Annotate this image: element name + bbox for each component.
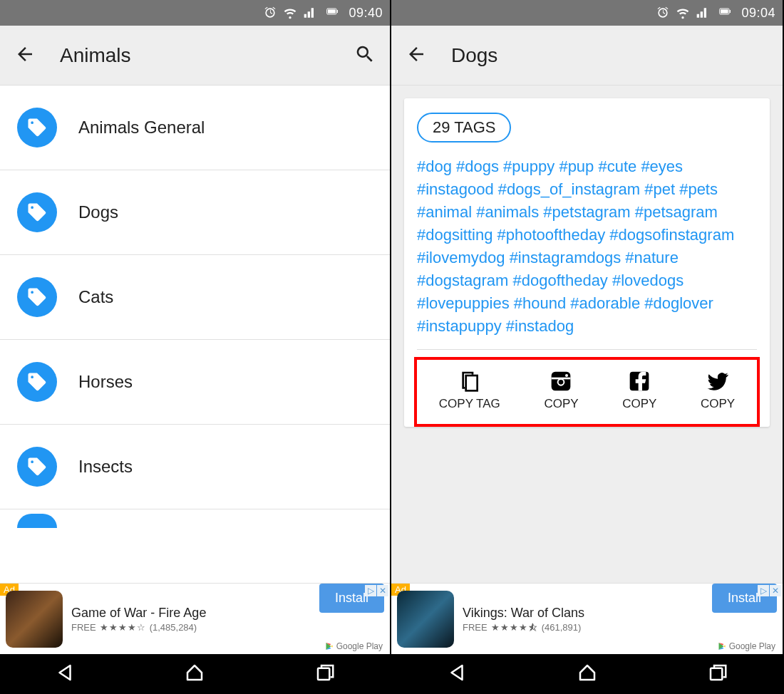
svg-rect-6 <box>730 10 731 13</box>
nav-home-button[interactable] <box>577 662 598 686</box>
ad-info: Game of War - Fire Age FREE ★★★★☆ (1,485… <box>71 606 311 633</box>
ad-choices[interactable]: ▷✕ <box>758 585 781 596</box>
category-list[interactable]: Animals General Dogs Cats Horses Insects <box>0 86 390 583</box>
ad-meta: FREE ★★★★☆ (1,485,284) <box>71 622 311 633</box>
tag-icon <box>17 362 57 402</box>
facebook-icon <box>628 370 651 393</box>
nav-recent-button[interactable] <box>314 662 336 686</box>
ad-thumbnail <box>6 591 63 648</box>
page-title: Dogs <box>451 44 768 67</box>
svg-rect-11 <box>552 378 571 380</box>
svg-point-12 <box>565 374 568 377</box>
list-item-insects[interactable]: Insects <box>0 425 390 509</box>
svg-rect-5 <box>721 9 728 13</box>
list-item-label: Horses <box>78 372 133 392</box>
back-arrow-icon <box>14 43 36 65</box>
star-rating-icon: ★★★★⯪ <box>491 622 538 633</box>
phone-screen-right: 09:04 Dogs 29 TAGS #dog #dogs #puppy #pu… <box>391 0 783 694</box>
svg-rect-7 <box>465 376 477 390</box>
battery-icon <box>716 7 734 19</box>
status-icons <box>263 6 341 20</box>
store-label: Google Play <box>325 641 383 651</box>
alarm-icon <box>263 6 277 20</box>
page-title: Animals <box>60 44 330 67</box>
list-item-partial <box>0 509 390 528</box>
svg-rect-2 <box>337 10 338 13</box>
copy-instagram-button[interactable]: COPY <box>544 370 578 411</box>
search-icon <box>354 43 376 65</box>
signal-icon <box>303 6 317 20</box>
hashtags-text[interactable]: #dog #dogs #puppy #pup #cute #eyes #inst… <box>417 155 757 350</box>
list-item-cats[interactable]: Cats <box>0 255 390 340</box>
google-play-icon <box>325 642 334 651</box>
tag-detail: 29 TAGS #dog #dogs #puppy #pup #cute #ey… <box>391 86 783 583</box>
list-item-label: Insects <box>78 457 133 477</box>
tag-icon <box>17 277 57 317</box>
wifi-icon <box>283 6 297 20</box>
tag-count-chip: 29 TAGS <box>417 113 511 143</box>
status-icons <box>656 6 734 20</box>
status-bar: 09:04 <box>391 0 783 26</box>
back-button[interactable] <box>406 43 427 68</box>
wifi-icon <box>676 6 690 20</box>
tag-icon <box>17 192 57 232</box>
ad-banner[interactable]: Ad ▷✕ Vikings: War of Clans FREE ★★★★⯪ (… <box>391 583 783 654</box>
ad-choices[interactable]: ▷✕ <box>365 585 388 596</box>
list-item-label: Animals General <box>78 118 205 138</box>
copy-twitter-button[interactable]: COPY <box>701 370 735 411</box>
phone-screen-left: 09:40 Animals Animals General Dogs Cats … <box>0 0 391 694</box>
back-button[interactable] <box>14 43 36 68</box>
nav-recent-button[interactable] <box>707 662 728 686</box>
list-item-horses[interactable]: Horses <box>0 340 390 425</box>
list-item-label: Cats <box>78 287 113 307</box>
alarm-icon <box>656 6 670 20</box>
google-play-icon <box>718 642 726 651</box>
ad-meta: FREE ★★★★⯪ (461,891) <box>463 622 703 633</box>
tags-card: 29 TAGS #dog #dogs #puppy #pup #cute #ey… <box>404 98 770 427</box>
tag-icon <box>17 447 57 487</box>
svg-rect-3 <box>318 668 329 680</box>
nav-bar <box>0 654 390 694</box>
list-item-dogs[interactable]: Dogs <box>0 170 390 255</box>
svg-rect-1 <box>328 9 336 13</box>
ad-title: Vikings: War of Clans <box>463 606 703 621</box>
nav-home-button[interactable] <box>184 662 205 686</box>
nav-back-button[interactable] <box>54 662 76 686</box>
app-bar: Dogs <box>391 26 783 86</box>
tag-icon <box>17 108 57 147</box>
tag-icon <box>17 514 57 528</box>
nav-back-button[interactable] <box>446 662 468 686</box>
status-bar: 09:40 <box>0 0 390 26</box>
ad-title: Game of War - Fire Age <box>71 606 311 621</box>
list-item-animals-general[interactable]: Animals General <box>0 86 390 170</box>
status-time: 09:40 <box>349 6 383 21</box>
svg-point-10 <box>559 380 564 385</box>
copy-facebook-button[interactable]: COPY <box>622 370 656 411</box>
twitter-icon <box>706 370 729 393</box>
ad-info: Vikings: War of Clans FREE ★★★★⯪ (461,89… <box>463 606 703 633</box>
ad-thumbnail <box>397 591 454 648</box>
nav-bar <box>391 654 783 694</box>
instagram-icon <box>550 370 572 393</box>
copy-tag-button[interactable]: COPY TAG <box>439 370 500 411</box>
app-bar: Animals <box>0 26 390 86</box>
search-button[interactable] <box>354 43 376 68</box>
status-time: 09:04 <box>741 6 775 21</box>
ad-banner[interactable]: Ad ▷✕ Game of War - Fire Age FREE ★★★★☆ … <box>0 583 390 654</box>
store-label: Google Play <box>718 641 775 651</box>
back-arrow-icon <box>406 43 427 65</box>
copy-icon <box>458 370 481 393</box>
actions-row-highlight: COPY TAG COPY COPY COPY <box>414 357 760 427</box>
svg-rect-14 <box>711 668 722 680</box>
star-rating-icon: ★★★★☆ <box>100 622 146 633</box>
signal-icon <box>696 6 710 20</box>
list-item-label: Dogs <box>78 202 118 222</box>
battery-icon <box>323 7 341 19</box>
